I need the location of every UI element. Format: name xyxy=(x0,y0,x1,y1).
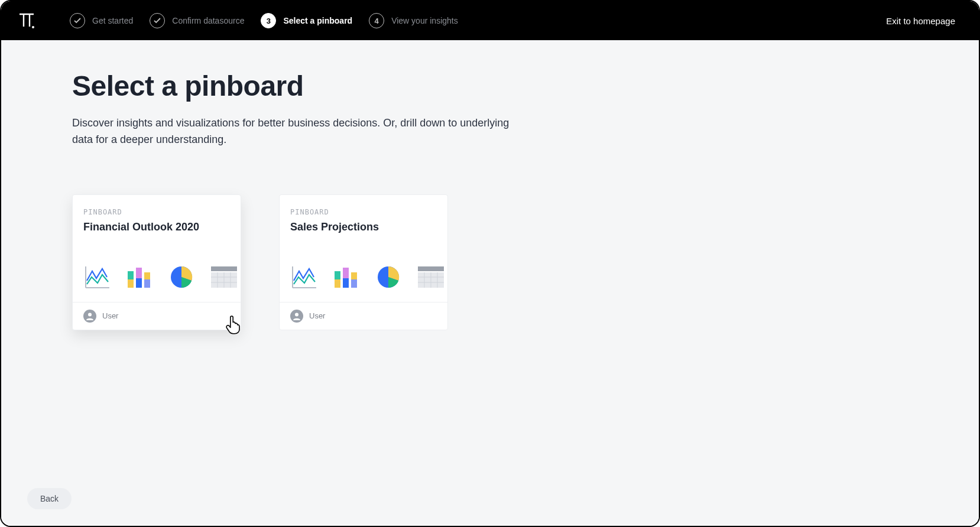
card-footer: User xyxy=(280,302,447,330)
user-avatar-icon xyxy=(290,310,303,323)
svg-rect-28 xyxy=(351,272,357,279)
step-label: Confirm datasource xyxy=(172,16,244,25)
page-title: Select a pinboard xyxy=(72,70,908,102)
step-get-started[interactable]: Get started xyxy=(70,13,133,28)
svg-rect-11 xyxy=(144,272,150,279)
page-description: Discover insights and visualizations for… xyxy=(72,115,521,148)
card-footer: User xyxy=(73,302,241,330)
step-label: Get started xyxy=(92,16,133,25)
card-user-label: User xyxy=(102,311,118,320)
svg-rect-9 xyxy=(136,268,142,278)
check-icon xyxy=(150,13,165,28)
exit-link[interactable]: Exit to homepage xyxy=(886,16,955,26)
card-user-label: User xyxy=(309,311,325,320)
svg-point-20 xyxy=(88,313,92,316)
svg-point-37 xyxy=(295,313,298,316)
card-eyebrow: PINBOARD xyxy=(290,208,437,216)
step-label: Select a pinboard xyxy=(283,16,352,25)
top-bar: Get started Confirm datasource 3 Select … xyxy=(1,1,979,40)
pinboard-card[interactable]: PINBOARD Sales Projections User xyxy=(279,194,448,330)
svg-rect-13 xyxy=(211,266,237,271)
back-button[interactable]: Back xyxy=(27,488,72,509)
step-number: 3 xyxy=(261,13,276,28)
table-icon xyxy=(211,265,237,289)
line-chart-icon xyxy=(291,265,317,289)
svg-rect-24 xyxy=(335,271,340,279)
card-thumbnails xyxy=(290,265,437,291)
logo-icon xyxy=(18,12,35,30)
card-title: Financial Outlook 2020 xyxy=(83,221,230,233)
bar-chart-icon xyxy=(127,265,152,289)
card-eyebrow: PINBOARD xyxy=(83,208,230,216)
main-content: Select a pinboard Discover insights and … xyxy=(1,40,979,526)
svg-point-3 xyxy=(32,26,34,28)
user-avatar-icon xyxy=(83,310,96,323)
card-thumbnails xyxy=(83,265,230,291)
step-number: 4 xyxy=(369,13,384,28)
line-chart-icon xyxy=(85,265,111,289)
pinboard-card[interactable]: PINBOARD Financial Outlook 2020 User xyxy=(72,194,241,330)
step-confirm-datasource[interactable]: Confirm datasource xyxy=(150,13,244,28)
step-view-insights[interactable]: 4 View your insights xyxy=(369,13,458,28)
table-icon xyxy=(418,265,444,289)
pie-chart-icon xyxy=(375,265,401,289)
svg-rect-7 xyxy=(128,271,134,279)
step-label: View your insights xyxy=(391,16,458,25)
pie-chart-icon xyxy=(168,265,194,289)
svg-rect-26 xyxy=(343,268,349,278)
card-title: Sales Projections xyxy=(290,221,437,233)
svg-rect-30 xyxy=(418,266,444,271)
check-icon xyxy=(70,13,85,28)
step-select-pinboard[interactable]: 3 Select a pinboard xyxy=(261,13,352,28)
bar-chart-icon xyxy=(334,265,359,289)
stepper: Get started Confirm datasource 3 Select … xyxy=(70,13,886,28)
pinboard-card-list: PINBOARD Financial Outlook 2020 User xyxy=(72,194,908,330)
